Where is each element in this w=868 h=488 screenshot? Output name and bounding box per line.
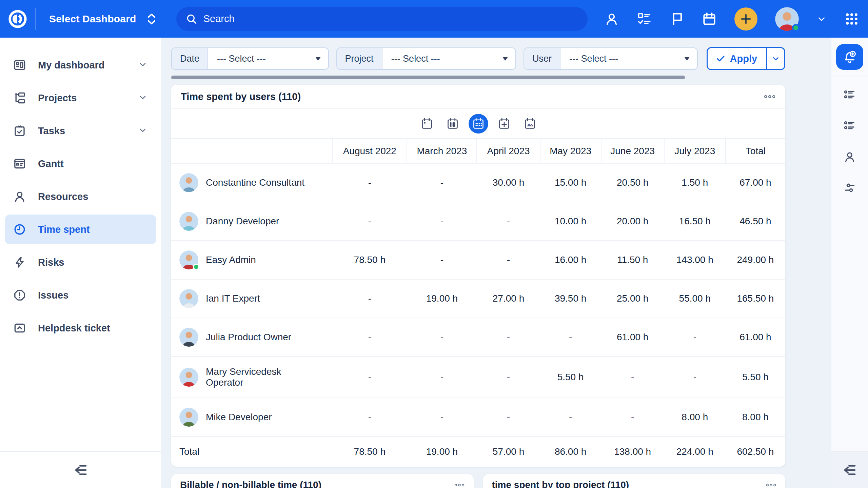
user-filter: User --- Select --- [524,47,698,70]
collapse-rail-icon[interactable] [842,462,857,478]
time-cell: 61.00 h [601,318,664,357]
date-filter-select[interactable]: --- Select --- [208,48,328,69]
tasks-checklist-icon[interactable] [637,12,652,26]
search-bar[interactable] [176,7,588,31]
total-cell: 86.00 h [540,436,601,467]
flag-icon[interactable] [669,12,684,26]
apply-dropdown-button[interactable] [766,48,784,69]
sidebar-item-helpdesk-ticket[interactable]: Helpdesk ticket [5,313,156,343]
project-filter: Project --- Select --- [336,47,516,70]
time-cell: - [540,398,601,436]
table-row: Danny Developer - - - 10.00 h 20.00 h 16… [171,202,785,241]
user-name: Danny Developer [206,216,279,227]
avatar [179,368,198,387]
time-cell: 165.50 h [726,279,785,318]
column-header[interactable]: March 2023 [407,139,477,163]
calendar-month-icon [472,118,485,130]
chevron-down-icon [138,60,147,70]
chevron-down-icon [771,54,780,63]
calendar-icon[interactable] [702,12,717,26]
sidebar-footer [0,451,161,488]
table-row: Constantine Consultant - - 30.00 h 15.00… [171,163,785,202]
column-header[interactable]: April 2023 [477,139,540,163]
user-cell[interactable]: Ian IT Expert [171,279,332,318]
project-filter-select[interactable]: --- Select --- [382,48,515,69]
user-cell[interactable]: Danny Developer [171,202,332,241]
notification-bell-add-button[interactable] [836,44,863,70]
column-header[interactable]: Total [726,139,785,163]
column-header[interactable]: August 2022 [332,139,407,163]
panel-menu-button[interactable] [766,483,776,487]
view-year-button[interactable]: 365 [520,114,540,134]
settings-sliders-icon[interactable] [843,181,856,194]
column-header[interactable]: May 2023 [540,139,601,163]
right-rail [831,38,868,488]
sidebar-item-resources[interactable]: Resources [5,182,156,211]
apply-split-button: Apply [707,47,785,70]
caret-down-icon [684,57,690,61]
view-day-button[interactable] [417,114,437,134]
add-new-button[interactable] [734,7,757,30]
header-actions [604,7,859,31]
avatar [179,289,198,308]
period-toolbar: 365 [171,109,785,138]
view-quarter-button[interactable] [494,114,514,134]
box-arrow-up-icon [13,321,26,335]
user-cell[interactable]: Mike Developer [171,398,332,436]
panel-menu-button[interactable] [454,483,465,487]
avatar [179,173,198,192]
sidebar-item-issues[interactable]: Issues [5,280,156,310]
apps-grid-icon[interactable] [844,12,859,26]
time-cell: 1.50 h [664,163,726,202]
panel-menu-button[interactable] [764,95,776,99]
time-cell: 39.50 h [540,279,601,318]
sidebar-item-time-spent[interactable]: Time spent [5,215,156,244]
time-cell: - [407,163,477,202]
collapse-sidebar-icon[interactable] [73,462,88,478]
avatar [179,212,198,231]
avatar [179,408,198,427]
sidebar-item-my-dashboard[interactable]: My dashboard [5,50,156,80]
total-cell: 19.00 h [407,436,477,467]
user-cell[interactable]: Easy Admin [171,241,332,279]
user-cell[interactable]: Mary Servicedesk Operator [171,357,332,398]
sidebar-item-tasks[interactable]: Tasks [5,116,156,146]
panel-header: Billable / non-billable time (110) [171,474,474,488]
dashboard-selector[interactable]: Select Dashboard [49,13,157,25]
sidebar-item-projects[interactable]: Projects [5,83,156,113]
project-filter-value: --- Select --- [391,54,440,64]
user-cell[interactable]: Constantine Consultant [171,163,332,202]
user-filter-select[interactable]: --- Select --- [560,48,697,69]
apply-button[interactable]: Apply [708,48,766,69]
column-header[interactable]: July 2023 [664,139,726,163]
sidebar-item-label: Resources [38,191,88,202]
avatar-chevron-down-icon[interactable] [816,14,827,24]
user-avatar[interactable] [775,7,799,31]
list-filter-icon[interactable] [843,89,856,102]
time-cell: - [332,279,407,318]
view-month-button[interactable] [469,114,488,134]
time-cell: - [477,241,540,279]
time-cell: - [477,318,540,357]
profile-icon[interactable] [604,12,619,26]
rail-divider [831,77,868,77]
list-detail-icon[interactable] [843,120,856,133]
sidebar-item-gantt[interactable]: Gantt [5,149,156,179]
column-header[interactable]: June 2023 [601,139,664,163]
time-cell: 249.00 h [726,241,785,279]
time-cell: 30.00 h [477,163,540,202]
view-week-button[interactable] [443,114,462,134]
app-logo-icon[interactable] [8,9,27,29]
bell-plus-icon [842,49,857,64]
scrollbar-thumb[interactable] [171,76,685,79]
search-input[interactable] [203,13,578,24]
user-cell[interactable]: Julia Product Owner [171,318,332,357]
calendar-week-icon [447,118,459,130]
time-cell: - [664,357,726,398]
person-icon[interactable] [843,150,856,163]
time-cell: 61.00 h [726,318,785,357]
date-filter-label: Date [172,48,208,69]
calendar-year-icon: 365 [524,118,536,130]
sidebar-item-risks[interactable]: Risks [5,247,156,277]
time-cell: - [477,398,540,436]
